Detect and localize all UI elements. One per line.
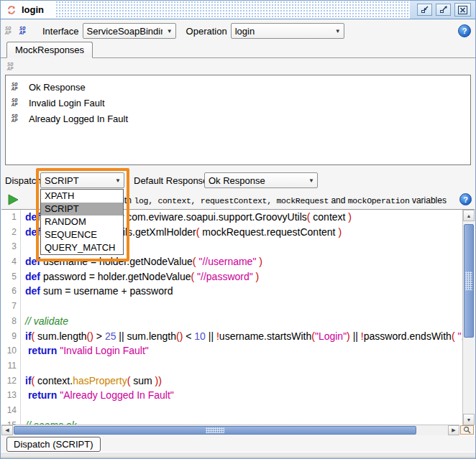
line-number: 4 (1, 254, 20, 269)
scroll-right-icon[interactable]: ▶ (448, 425, 459, 435)
tab-mockresponses[interactable]: MockResponses (6, 42, 93, 58)
window-buttons (410, 1, 475, 19)
vertical-scrollbar[interactable]: ▲ ▼ (462, 210, 475, 425)
line-number: 7 (1, 299, 20, 314)
line-number: 14 (1, 403, 20, 418)
interface-select[interactable]: ServiceSoapBinding ▼ (83, 23, 176, 39)
soap-icon[interactable]: SOAP (7, 62, 19, 71)
line-number: 6 (1, 284, 20, 299)
chevron-down-icon: ▼ (167, 28, 173, 34)
scroll-down-icon[interactable]: ▼ (463, 414, 475, 425)
interface-label: Interface (42, 26, 79, 37)
dispatch-row: Dispatch: SCRIPT ▼ Default Response: Ok … (1, 172, 475, 190)
scroll-up-icon[interactable]: ▲ (463, 210, 475, 221)
horizontal-scrollbar[interactable]: ◀ ▶ (1, 425, 459, 435)
dispatch-option-random[interactable]: RANDOM (41, 215, 123, 228)
dispatch-option-sequence[interactable]: SEQUENCE (41, 228, 123, 241)
dispatch-select[interactable]: SCRIPT ▼ (40, 172, 124, 188)
line-number: 12 (1, 374, 20, 389)
code-line[interactable] (22, 403, 462, 418)
code-line[interactable]: // seems ok (22, 418, 462, 425)
dispatch-option-script[interactable]: SCRIPT (41, 203, 123, 215)
chevron-down-icon: ▼ (115, 177, 121, 184)
soap-icon: SOAP (12, 114, 23, 123)
code-line[interactable] (22, 299, 462, 314)
dispatch-label: Dispatch: (5, 175, 44, 186)
operation-select[interactable]: login ▼ (231, 23, 344, 39)
editor-gutter: 123456789101112131415 (1, 210, 21, 425)
line-number: 2 (1, 225, 20, 240)
soap-icon: SOAP (12, 83, 23, 91)
mock-response-item[interactable]: SOAPAlready Logged In Fault (6, 111, 470, 126)
help-icon[interactable]: ? (458, 24, 471, 37)
operation-label: Operation (186, 26, 227, 37)
chevron-down-icon: ▼ (308, 177, 314, 184)
soap-icon: SOAP (12, 98, 23, 107)
maximize-window-button[interactable] (436, 4, 451, 16)
mock-response-item[interactable]: SOAPOk Response (6, 79, 470, 95)
soap-request-icon[interactable]: SOAP (5, 27, 17, 35)
code-line[interactable]: if( sum.length() > 25 || sum.length() < … (22, 329, 462, 344)
default-response-label: Default Response: (134, 175, 211, 186)
window-titlebar[interactable]: login (1, 1, 475, 19)
window-title: login (22, 4, 44, 15)
mockresponses-toolbar: SOAP (1, 59, 475, 74)
line-number: 11 (1, 358, 20, 374)
line-number: 5 (1, 269, 20, 284)
line-number: 1 (1, 210, 20, 225)
dispatch-option-xpath[interactable]: XPATH (41, 190, 123, 203)
code-line[interactable]: if( context.hasProperty( sum )) (22, 374, 462, 389)
bottom-tab-strip: Dispatch (SCRIPT) (1, 435, 475, 452)
line-number: 8 (1, 314, 20, 329)
vertical-scroll-thumb[interactable] (464, 224, 474, 338)
dispatch-dropdown-popup: XPATHSCRIPTRANDOMSEQUENCEQUERY_MATCH (40, 189, 124, 255)
run-script-icon[interactable] (8, 194, 19, 205)
mock-response-name: Ok Response (29, 82, 86, 93)
code-line[interactable]: def sum = username + password (22, 284, 462, 299)
titlebar-left: login (1, 1, 55, 19)
code-line[interactable] (22, 358, 462, 374)
line-number: 3 (1, 239, 20, 254)
code-line[interactable]: // validate (22, 314, 462, 329)
scroll-left-icon[interactable]: ◀ (1, 425, 13, 435)
mock-operation-window: login (0, 0, 476, 459)
editor-zoom-icon[interactable] (460, 425, 474, 435)
mock-response-list[interactable]: SOAPOk ResponseSOAPInvalid Login FaultSO… (5, 75, 471, 165)
code-line[interactable]: def username = holder.getNodeValue( "//u… (22, 254, 462, 269)
status-bar (1, 452, 475, 458)
mock-response-name: Invalid Login Fault (29, 98, 105, 108)
chevron-down-icon: ▼ (335, 28, 341, 34)
soap-response-icon[interactable]: SOAP (19, 27, 31, 35)
line-number: 10 (1, 343, 20, 358)
line-number: 13 (1, 388, 20, 403)
line-number: 15 (1, 418, 20, 425)
line-number: 9 (1, 329, 20, 344)
mock-response-item[interactable]: SOAPInvalid Login Fault (6, 95, 470, 111)
dispatch-option-query_match[interactable]: QUERY_MATCH (41, 241, 123, 254)
operation-toolbar: SOAP SOAP Interface ServiceSoapBinding ▼… (1, 20, 475, 42)
default-response-select[interactable]: Ok Response ▼ (204, 172, 318, 188)
code-line[interactable]: def password = holder.getNodeValue( "//p… (22, 269, 462, 284)
code-line[interactable]: return "Already Logged In Fault" (22, 388, 462, 403)
close-window-button[interactable] (454, 3, 471, 17)
mock-response-name: Already Logged In Fault (29, 113, 128, 124)
horizontal-scroll-thumb[interactable] (14, 426, 416, 435)
code-line[interactable]: return "Invalid Login Fault" (22, 343, 462, 358)
tab-dispatch-script[interactable]: Dispatch (SCRIPT) (6, 437, 101, 452)
restore-window-button[interactable] (417, 4, 432, 16)
operation-cycle-icon (6, 5, 17, 15)
tab-strip: MockResponses (1, 42, 475, 58)
help-icon[interactable]: ? (459, 193, 472, 205)
